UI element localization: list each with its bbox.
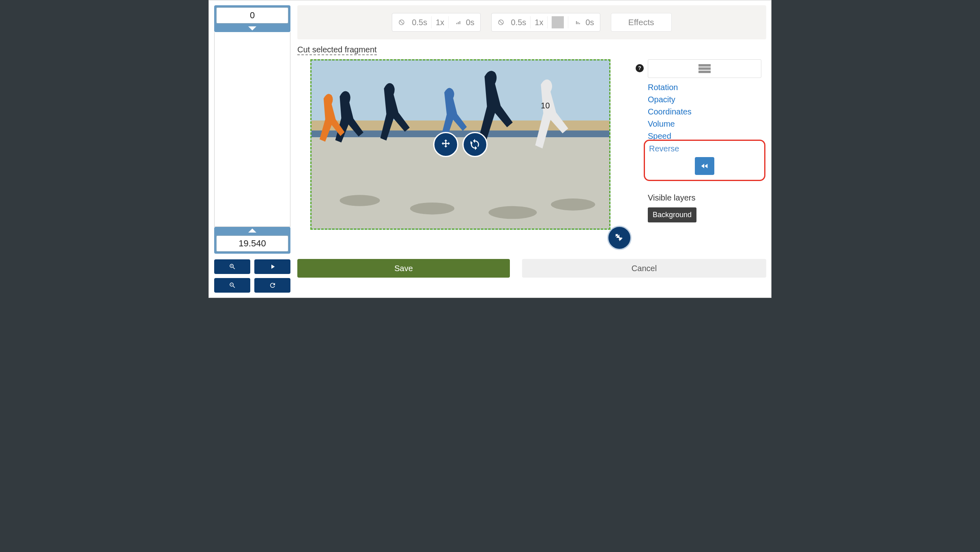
help-badge[interactable]: ? <box>636 64 644 72</box>
svg-rect-4 <box>460 21 460 24</box>
editor-window: 0.5s 1x 0s 0.5s 1x 0s <box>208 0 772 298</box>
timeline-start-box <box>214 5 290 32</box>
effects-button[interactable]: Effects <box>611 13 672 32</box>
transition-out-speed: 1x <box>535 18 543 27</box>
transition-in-group[interactable]: 0.5s 1x 0s <box>392 13 480 32</box>
cancel-button[interactable]: Cancel <box>522 259 766 278</box>
preview-center-controls <box>433 132 488 157</box>
resize-handle[interactable] <box>607 226 632 250</box>
zoom-in-button[interactable] <box>214 259 250 274</box>
property-rotation[interactable]: Rotation <box>648 81 761 93</box>
video-preview[interactable]: 10 <box>310 59 610 230</box>
refresh-button[interactable] <box>254 278 290 293</box>
rotate-icon <box>469 138 481 151</box>
svg-point-17 <box>551 198 595 211</box>
move-icon <box>440 138 452 151</box>
play-icon <box>269 263 276 270</box>
timeline-end-box <box>214 227 290 254</box>
transition-in-delay: 0s <box>466 18 474 27</box>
main-column: 0.5s 1x 0s 0.5s 1x 0s <box>297 5 766 293</box>
chevron-up-icon[interactable] <box>248 229 256 233</box>
refresh-icon <box>269 282 276 289</box>
cut-fragment-link[interactable]: Cut selected fragment <box>297 45 377 55</box>
svg-rect-9 <box>579 23 580 24</box>
top-toolbar: 0.5s 1x 0s 0.5s 1x 0s <box>297 5 766 39</box>
timeline-track[interactable] <box>214 32 290 227</box>
svg-point-15 <box>410 203 454 215</box>
bars-desc-icon <box>575 19 582 26</box>
chevron-down-icon[interactable] <box>248 26 256 30</box>
svg-point-16 <box>488 206 537 219</box>
zoom-in-icon <box>229 263 236 270</box>
property-reverse[interactable]: Reverse <box>649 142 761 155</box>
timeline-controls <box>214 259 290 293</box>
property-opacity[interactable]: Opacity <box>648 93 761 106</box>
save-button[interactable]: Save <box>297 259 510 278</box>
move-handle[interactable] <box>433 132 458 157</box>
center-row: 10 <box>297 59 766 250</box>
svg-rect-2 <box>456 23 457 24</box>
disabled-icon <box>398 19 405 26</box>
property-volume[interactable]: Volume <box>648 118 761 130</box>
preview-area: 10 <box>310 59 639 250</box>
resize-icon <box>614 232 625 244</box>
property-coordinates[interactable]: Coordinates <box>648 106 761 118</box>
svg-point-14 <box>340 195 380 206</box>
play-button[interactable] <box>254 259 290 274</box>
transition-in-duration: 0.5s <box>412 18 427 27</box>
svg-rect-10 <box>312 60 609 129</box>
transition-out-delay: 0s <box>585 18 594 27</box>
layer-background-chip[interactable]: Background <box>648 207 696 222</box>
zoom-out-button[interactable] <box>214 278 250 293</box>
svg-rect-7 <box>576 21 577 24</box>
bottom-actions: Save Cancel <box>297 259 766 278</box>
timeline-column <box>214 5 291 293</box>
transition-in-speed: 1x <box>436 18 444 27</box>
properties-panel: ? Rotation Opacity Coordinates Volume Sp… <box>648 59 761 222</box>
svg-line-1 <box>400 21 404 24</box>
color-swatch[interactable] <box>552 16 564 28</box>
timeline-start-input[interactable] <box>216 7 289 24</box>
transition-out-group[interactable]: 0.5s 1x 0s <box>491 13 600 32</box>
disabled-icon <box>497 19 505 26</box>
svg-rect-8 <box>578 22 578 24</box>
visible-layers-title: Visible layers <box>648 193 761 203</box>
rewind-icon <box>700 162 709 170</box>
zoom-out-icon <box>229 282 236 289</box>
svg-rect-3 <box>458 22 459 24</box>
size-preset-button[interactable] <box>648 59 761 78</box>
svg-line-6 <box>499 21 503 24</box>
svg-text:10: 10 <box>541 101 550 110</box>
transition-out-duration: 0.5s <box>511 18 527 27</box>
timeline-end-input[interactable] <box>216 235 289 252</box>
reverse-button[interactable] <box>695 157 714 175</box>
rotate-handle[interactable] <box>462 132 488 157</box>
reverse-section-highlight: Reverse <box>644 140 765 181</box>
bars-asc-icon <box>455 19 462 26</box>
